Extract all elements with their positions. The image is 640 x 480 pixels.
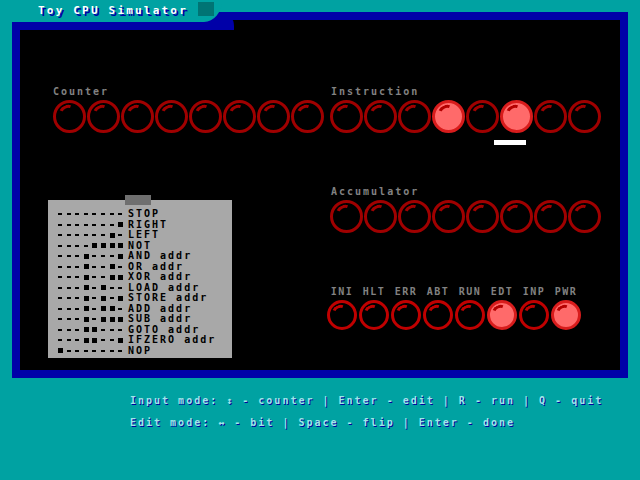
led-indicator-lit [432, 100, 465, 133]
bit-zero [67, 255, 76, 257]
led-indicator [364, 100, 397, 133]
instruction-leds [330, 100, 601, 133]
bit-zero [92, 350, 101, 352]
led-highlight [394, 302, 414, 321]
led-highlight [193, 102, 215, 123]
bit-zero [92, 287, 101, 289]
bit-one [84, 296, 93, 301]
bit-zero [118, 266, 127, 268]
led-indicator [291, 100, 324, 133]
bit-zero [67, 339, 76, 341]
led-highlight [504, 202, 526, 223]
bit-zero [75, 350, 84, 352]
bit-zero [110, 329, 119, 331]
legend-bit-pattern [58, 285, 128, 290]
bit-zero [67, 224, 76, 226]
bit-zero [118, 329, 127, 331]
bit-one [92, 243, 101, 248]
status-led-label: ABT [423, 286, 453, 297]
bit-zero [84, 213, 93, 215]
title-tab-badge [198, 2, 214, 16]
led-highlight [426, 302, 446, 321]
legend-bit-pattern [58, 306, 128, 311]
led-indicator [568, 100, 601, 133]
led-indicator [155, 100, 188, 133]
led-highlight [368, 102, 390, 123]
led-indicator [423, 300, 453, 330]
led-indicator [364, 200, 397, 233]
bit-zero [101, 234, 110, 236]
legend-bit-pattern [58, 348, 128, 353]
bit-zero [75, 297, 84, 299]
led-highlight [362, 302, 382, 321]
bit-one [101, 306, 110, 311]
bit-zero [92, 213, 101, 215]
led-indicator [327, 300, 357, 330]
bit-zero [67, 329, 76, 331]
bit-zero [67, 245, 76, 247]
led-indicator [257, 100, 290, 133]
legend-opcode-name: STOP [128, 209, 160, 220]
legend-bit-pattern [58, 275, 128, 280]
bit-zero [101, 276, 110, 278]
led-indicator [330, 100, 363, 133]
legend-bit-pattern [58, 317, 128, 322]
legend-row: XOR addr [58, 272, 232, 283]
window-title: Toy CPU Simulator [38, 4, 188, 17]
status-led-label: PWR [551, 286, 581, 297]
bit-one [92, 327, 101, 332]
bit-zero [75, 224, 84, 226]
counter-leds [53, 100, 324, 133]
led-indicator [455, 300, 485, 330]
led-indicator [53, 100, 86, 133]
led-highlight [572, 102, 594, 123]
bit-zero [75, 213, 84, 215]
bit-one [110, 233, 119, 238]
legend-row: LEFT [58, 230, 232, 241]
bit-zero [84, 234, 93, 236]
led-highlight [572, 202, 594, 223]
bit-zero [58, 318, 67, 320]
bit-zero [58, 255, 67, 257]
led-highlight [458, 302, 478, 321]
led-highlight [554, 302, 574, 321]
bit-zero [75, 308, 84, 310]
bit-zero [110, 213, 119, 215]
bit-zero [92, 266, 101, 268]
legend-row: AND addr [58, 251, 232, 262]
bit-zero [58, 308, 67, 310]
bit-zero [67, 276, 76, 278]
led-highlight [261, 102, 283, 123]
bit-zero [75, 245, 84, 247]
led-indicator [223, 100, 256, 133]
bit-zero [101, 224, 110, 226]
bit-zero [75, 287, 84, 289]
bit-one [118, 243, 127, 248]
bit-one [58, 348, 67, 353]
bit-zero [75, 255, 84, 257]
led-indicator [534, 200, 567, 233]
bit-zero [67, 297, 76, 299]
bit-one [84, 327, 93, 332]
bit-one [84, 264, 93, 269]
bit-zero [58, 213, 67, 215]
legend-row: STORE addr [58, 293, 232, 304]
bit-zero [58, 266, 67, 268]
led-highlight [334, 202, 356, 223]
led-highlight [125, 102, 147, 123]
bit-zero [84, 350, 93, 352]
led-highlight [402, 202, 424, 223]
bit-zero [110, 287, 119, 289]
bit-zero [84, 224, 93, 226]
screen-background: Toy CPU Simulator Counter Instruction Ac… [0, 0, 640, 480]
legend-bit-pattern [58, 327, 128, 332]
led-indicator [189, 100, 222, 133]
led-highlight [295, 102, 317, 123]
led-indicator [466, 100, 499, 133]
bit-zero [101, 255, 110, 257]
led-indicator [519, 300, 549, 330]
help-edit-mode: Edit mode: ↔ - bit | Space - flip | Ente… [130, 417, 515, 428]
accumulator-label: Accumulator [331, 186, 419, 197]
bit-zero [92, 297, 101, 299]
led-indicator [398, 200, 431, 233]
